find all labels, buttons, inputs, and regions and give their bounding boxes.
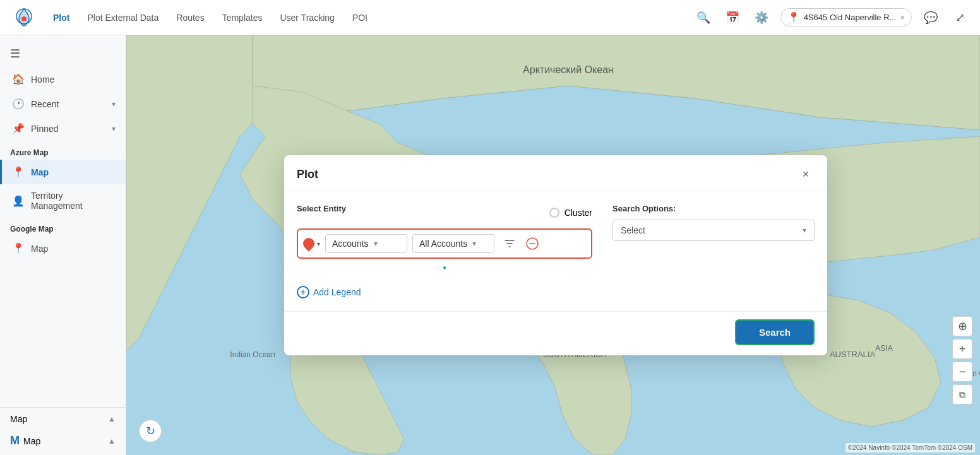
sidebar-item-map-azure[interactable]: 📍 Map (0, 160, 126, 184)
select-entity-label: Select Entity (297, 204, 346, 213)
territory-icon: 👤 (12, 195, 25, 207)
sidebar-item-territory-label: Territory Management (31, 191, 116, 211)
google-map-section-label: Google Map (0, 217, 126, 236)
svg-text:Indian Ocean: Indian Ocean (230, 350, 275, 359)
nav-templates[interactable]: Templates (222, 13, 263, 23)
cluster-row: Cluster (549, 208, 592, 218)
layers-button[interactable]: ⧉ (952, 384, 972, 405)
map-google-icon: 📍 (12, 242, 25, 254)
nav-plot-external[interactable]: Plot External Data (87, 13, 158, 23)
recent-icon: 🕐 (12, 98, 25, 110)
bottom-map-expand-icon[interactable]: ▲ (108, 437, 116, 446)
nav-right: 🔍 📅 ⚙️ 📍 4S645 Old Naperville R... × 💬 ⤢ (693, 8, 970, 28)
svg-point-1 (21, 16, 27, 21)
pin-color-dropdown[interactable]: ▾ (303, 238, 320, 249)
modal-footer: Search (284, 311, 827, 355)
expand-icon[interactable]: ⤢ (950, 8, 970, 28)
sidebar-item-recent-label: Recent (31, 99, 59, 109)
cluster-radio[interactable] (549, 208, 559, 218)
add-legend-plus-icon: + (297, 286, 309, 298)
azure-map-section-label: Azure Map (0, 141, 126, 160)
calendar-icon[interactable]: 📅 (722, 8, 743, 28)
search-options-value: Select (621, 225, 645, 235)
svg-text:ASIA: ASIA (875, 344, 892, 353)
zoom-in-button[interactable]: + (952, 339, 972, 359)
bottom-map-tab[interactable]: Map (10, 414, 27, 424)
sidebar-item-home[interactable]: 🏠 Home (0, 67, 126, 92)
map-area: Арктический Океан ASIA ASIA AUSTRALIA SO… (126, 35, 980, 455)
accounts-chevron-icon: ▾ (374, 239, 378, 248)
modal-left: Select Entity Cluster ▾ (297, 204, 592, 298)
plot-modal: Plot × Select Entity Cluster (284, 155, 827, 355)
bottom-tab-label: Map (10, 414, 27, 424)
sidebar-item-recent[interactable]: 🕐 Recent ▾ (0, 92, 126, 116)
address-bar[interactable]: 📍 4S645 Old Naperville R... × (780, 8, 912, 27)
home-icon: 🏠 (12, 73, 25, 85)
dot-indicator-row: ● (297, 259, 592, 276)
svg-text:Арктический Океан: Арктический Океан (523, 64, 614, 75)
sidebar-item-pinned[interactable]: 📌 Pinned ▾ (0, 116, 126, 141)
svg-text:AUSTRALIA: AUSTRALIA (830, 350, 876, 359)
filter-button[interactable] (499, 233, 520, 254)
modal-body: Select Entity Cluster ▾ (284, 191, 827, 311)
accounts-value: Accounts (332, 239, 369, 249)
sidebar: ☰ 🏠 Home 🕐 Recent ▾ 📌 Pinned ▾ Azure Map… (0, 35, 126, 455)
sidebar-item-map-google[interactable]: 📍 Map (0, 236, 126, 261)
filter-icon (504, 238, 515, 249)
nav-routes[interactable]: Routes (176, 13, 204, 23)
accounts-dropdown[interactable]: Accounts ▾ (325, 234, 407, 253)
sidebar-item-map-azure-label: Map (31, 167, 49, 177)
zoom-out-button[interactable]: − (952, 362, 972, 382)
pinned-icon: 📌 (12, 122, 25, 134)
topnav: Plot Plot External Data Routes Templates… (0, 0, 980, 35)
bottom-tab-chevron-icon[interactable]: ▲ (108, 415, 116, 423)
entity-row: ▾ Accounts ▾ All Accounts ▾ (297, 228, 592, 259)
cluster-label: Cluster (565, 208, 592, 218)
bottom-m-badge: M (10, 434, 20, 447)
logo (10, 4, 38, 32)
nav-links: Plot Plot External Data Routes Templates… (53, 13, 678, 23)
nav-user-tracking[interactable]: User Tracking (280, 13, 334, 23)
remove-entity-button[interactable] (525, 236, 540, 251)
settings-icon[interactable]: ⚙️ (751, 8, 772, 28)
pin-color-dot (301, 235, 316, 251)
search-options-select[interactable]: Select ▾ (612, 220, 815, 241)
green-dot-indicator: ● (443, 264, 446, 271)
add-legend-button[interactable]: + Add Legend (297, 286, 592, 298)
search-icon[interactable]: 🔍 (693, 8, 714, 28)
address-text: 4S645 Old Naperville R... (804, 13, 897, 22)
all-accounts-dropdown[interactable]: All Accounts ▾ (412, 234, 494, 253)
bottom-map-label: Map (23, 436, 40, 446)
modal-title: Plot (297, 168, 318, 181)
modal-header: Plot × (284, 155, 827, 191)
search-button[interactable]: Search (735, 319, 815, 345)
pinned-chevron-icon: ▾ (112, 124, 116, 133)
remove-entity-icon (526, 237, 539, 250)
recent-chevron-icon: ▾ (112, 100, 116, 109)
modal-right: Search Options: Select ▾ (612, 204, 815, 298)
address-clear-icon[interactable]: × (900, 13, 905, 22)
modal-close-button[interactable]: × (797, 165, 815, 183)
sidebar-item-territory-management[interactable]: 👤 Territory Management (0, 184, 126, 217)
sidebar-item-home-label: Home (31, 74, 54, 85)
add-legend-label: Add Legend (313, 287, 361, 297)
chat-icon[interactable]: 💬 (921, 8, 941, 28)
bottom-map-row: M Map ▲ (0, 430, 126, 450)
search-options-chevron-icon: ▾ (803, 226, 806, 235)
location-pin-icon: 📍 (787, 11, 800, 23)
map-controls: ⊕ + − ⧉ (952, 316, 972, 405)
locate-me-button[interactable]: ⊕ (952, 316, 972, 336)
sidebar-item-pinned-label: Pinned (31, 124, 59, 134)
map-azure-icon: 📍 (12, 166, 25, 178)
map-copyright: ©2024 Navinfo ©2024 TomTom ©2024 OSM (846, 443, 975, 452)
hamburger-icon[interactable]: ☰ (0, 40, 126, 67)
sidebar-item-map-google-label: Map (31, 244, 48, 254)
all-accounts-chevron-icon: ▾ (472, 239, 476, 248)
refresh-map-button[interactable]: ↻ (139, 420, 162, 442)
pin-dropdown-chevron-icon: ▾ (317, 240, 320, 247)
search-options-label: Search Options: (612, 204, 815, 213)
all-accounts-value: All Accounts (419, 239, 467, 249)
nav-plot[interactable]: Plot (53, 13, 69, 23)
nav-poi[interactable]: POI (352, 13, 368, 23)
main-layout: ☰ 🏠 Home 🕐 Recent ▾ 📌 Pinned ▾ Azure Map… (0, 35, 980, 455)
